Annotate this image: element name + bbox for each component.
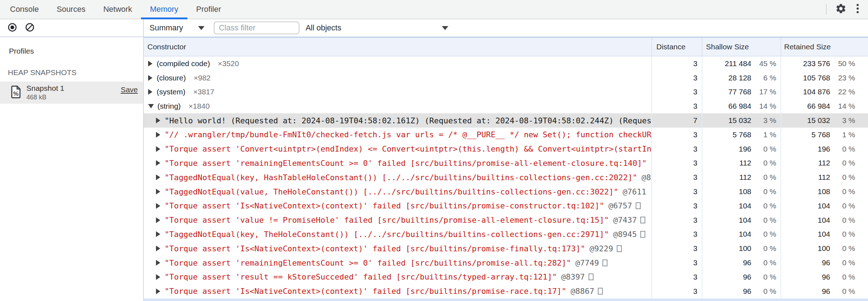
tab-sources[interactable]: Sources	[48, 0, 95, 19]
shallow-size-value: 66 984	[702, 102, 751, 110]
distance-cell: 3	[651, 270, 702, 284]
retained-size-cell: 1000 %	[781, 241, 868, 256]
table-row[interactable]: "Torque assert 'result == kStoreSucceded…	[144, 270, 868, 284]
distance-cell: 3	[651, 156, 702, 171]
expand-arrow-icon[interactable]	[148, 75, 152, 81]
table-row[interactable]: "Torque assert 'Is<NativeContext>(contex…	[144, 284, 868, 298]
retained-size-value: 5 768	[781, 130, 830, 139]
clear-profiles-icon[interactable]	[25, 23, 35, 34]
tab-profiler[interactable]: Profiler	[187, 0, 230, 19]
constructor-name: (system)	[157, 88, 186, 96]
shallow-size-value: 104	[702, 230, 751, 238]
retained-size-percent: 0 %	[830, 258, 855, 267]
constructor-name: (compiled code)	[157, 59, 210, 68]
tab-network[interactable]: Network	[94, 0, 141, 19]
distance-cell: 3	[651, 170, 702, 184]
expand-arrow-icon[interactable]	[156, 231, 160, 237]
retained-size-percent: 14 %	[830, 102, 855, 110]
object-filter-select[interactable]: All objects	[306, 23, 448, 33]
table-row[interactable]: "Hello world! (Requested at: 2024-08-19T…	[144, 113, 868, 128]
expand-arrow-icon[interactable]	[156, 217, 160, 223]
expand-arrow-icon[interactable]	[148, 89, 152, 95]
record-heap-snapshot-icon[interactable]	[7, 23, 17, 34]
expand-arrow-icon[interactable]	[156, 132, 160, 138]
kebab-menu-icon[interactable]	[856, 3, 859, 16]
expand-arrow-icon[interactable]	[156, 160, 160, 166]
view-toolbar: Summary All objects	[144, 19, 868, 36]
class-filter-input[interactable]	[214, 21, 299, 34]
constructor-cell: "Torque assert 'value != PromiseHole' fa…	[144, 213, 651, 227]
column-header-retained-size[interactable]: Retained Size	[781, 38, 868, 56]
expand-arrow-icon[interactable]	[156, 288, 160, 294]
distance-cell: 3	[651, 184, 702, 199]
shallow-size-value: 112	[702, 173, 751, 182]
distance-cell: 3	[651, 227, 702, 242]
shallow-size-cell: 5 7681 %	[702, 128, 781, 142]
table-row[interactable]: "TaggedNotEqual(key, HashTableHoleConsta…	[144, 170, 868, 184]
constructor-cell: (system)×3817	[144, 85, 651, 99]
table-row[interactable]: "TaggedNotEqual(value, TheHoleConstant()…	[144, 184, 868, 199]
expand-arrow-icon[interactable]	[148, 61, 152, 66]
column-header-shallow-size[interactable]: Shallow Size	[702, 38, 781, 56]
shallow-size-cell: 1040 %	[702, 213, 781, 227]
table-row[interactable]: "Torque assert 'remainingElementsCount >…	[144, 156, 868, 171]
column-header-constructor[interactable]: Constructor	[144, 38, 651, 56]
table-row[interactable]: (string)×1840366 98414 %66 98414 %	[144, 99, 868, 113]
expand-arrow-icon[interactable]	[156, 260, 160, 266]
retained-size-cell: 960 %	[781, 270, 868, 284]
table-row[interactable]: "Torque assert 'Is<NativeContext>(contex…	[144, 199, 868, 213]
perspective-select-label: Summary	[150, 23, 183, 33]
table-row[interactable]: (system)×3817377 76817 %104 87622 %	[144, 85, 868, 99]
shallow-size-percent: 0 %	[751, 244, 776, 253]
table-row[interactable]: "Torque assert 'value != PromiseHole' fa…	[144, 213, 868, 227]
constructor-cell: (closure)×982	[144, 71, 651, 85]
settings-gear-icon[interactable]	[835, 3, 847, 16]
retained-size-value: 100	[781, 244, 830, 253]
retained-size-cell: 1120 %	[781, 170, 868, 184]
retained-size-value: 96	[781, 273, 830, 281]
table-row[interactable]: (closure)×982328 1286 %105 76823 %	[144, 71, 868, 85]
save-snapshot-link[interactable]: Save	[121, 85, 138, 94]
string-value: "Torque assert 'Is<NativeContext>(contex…	[165, 201, 604, 210]
retained-size-value: 104 876	[781, 88, 830, 96]
perspective-select[interactable]: Summary	[150, 23, 205, 33]
retained-size-value: 233 576	[781, 59, 830, 68]
tab-console[interactable]: Console	[1, 0, 48, 19]
table-row[interactable]: "Torque assert 'Convert<uintptr>(endInde…	[144, 142, 868, 156]
retained-size-cell: 1080 %	[781, 184, 868, 199]
object-box-icon	[640, 217, 645, 223]
sidebar-title: Profiles	[9, 47, 143, 55]
retained-size-value: 66 984	[781, 102, 830, 110]
table-row[interactable]: "Torque assert 'Is<NativeContext>(contex…	[144, 241, 868, 256]
shallow-size-value: 100	[702, 244, 751, 253]
retained-size-cell: 233 57650 %	[781, 56, 868, 71]
retained-size-value: 108	[781, 187, 830, 196]
expand-arrow-icon[interactable]	[156, 189, 160, 194]
shallow-size-cell: 15 0323 %	[702, 113, 781, 128]
table-row[interactable]: (compiled code)×35203211 48445 %233 5765…	[144, 56, 868, 71]
retained-size-percent: 0 %	[830, 159, 855, 167]
table-row[interactable]: "TaggedNotEqual(key, TheHoleConstant()) …	[144, 227, 868, 242]
shallow-size-percent: 3 %	[751, 116, 776, 125]
shallow-size-percent: 17 %	[751, 88, 776, 96]
expand-arrow-icon[interactable]	[156, 174, 160, 180]
sidebar-item-snapshot-1[interactable]: % Snapshot 1 468 kB Save	[0, 82, 143, 104]
table-row[interactable]: "Torque assert 'remainingElementsCount >…	[144, 256, 868, 270]
table-row[interactable]: "// .wrangler/tmp/bundle-FmNIt0/checked-…	[144, 128, 868, 142]
expand-arrow-icon[interactable]	[156, 246, 160, 251]
expand-arrow-icon[interactable]	[156, 118, 160, 123]
string-value: "// .wrangler/tmp/bundle-FmNIt0/checked-…	[165, 130, 651, 139]
column-header-distance[interactable]: Distance	[651, 38, 702, 56]
retained-size-percent: 0 %	[830, 216, 855, 224]
distance-cell: 3	[651, 284, 702, 298]
expand-arrow-icon[interactable]	[156, 203, 160, 209]
expand-arrow-icon[interactable]	[156, 274, 160, 280]
retained-size-percent: 0 %	[830, 230, 855, 238]
expand-arrow-open-icon[interactable]	[148, 104, 154, 108]
heap-snapshots-section-label: HEAP SNAPSHOTS	[8, 68, 143, 77]
tab-memory[interactable]: Memory	[141, 0, 187, 19]
retained-size-cell: 960 %	[781, 256, 868, 270]
object-id: @9229	[590, 244, 613, 253]
retained-size-value: 112	[781, 173, 830, 182]
expand-arrow-icon[interactable]	[156, 146, 160, 152]
